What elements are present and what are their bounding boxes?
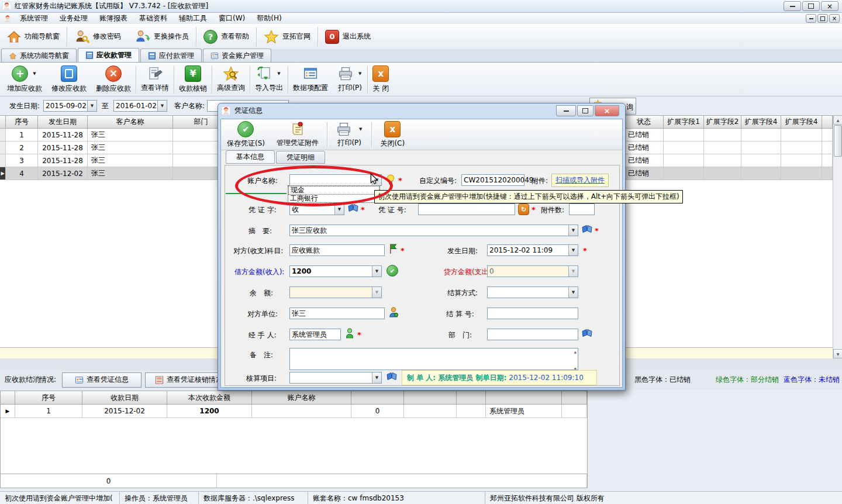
exit-system-button[interactable]: 0 退出系统 (318, 26, 378, 47)
tab-fund-accounts[interactable]: 资金账户管理 (203, 49, 271, 62)
remark-label: 备 注: (250, 350, 273, 360)
mdi-close-button[interactable]: × (829, 14, 840, 23)
add-receivable-button[interactable]: + ▼ 增加应收款 (2, 64, 47, 95)
menu-tools[interactable]: 辅助工具 (173, 13, 213, 24)
view-voucher-info-button[interactable]: 查看凭证信息 (62, 372, 142, 388)
tab-basic-info[interactable]: 基本信息 (226, 150, 275, 164)
col-account[interactable]: 账户名称 (252, 391, 351, 405)
close-button[interactable]: × (821, 1, 838, 11)
website-button[interactable]: 亚拓官网 (257, 26, 318, 47)
menu-help[interactable]: 帮助(H) (251, 13, 287, 24)
debit-amount-combo[interactable]: 1200 ▼ (289, 265, 382, 277)
menu-reports[interactable]: 账簿报表 (94, 13, 133, 24)
dropdown-arrow-icon[interactable]: ▼ (372, 266, 381, 277)
maximize-button[interactable] (802, 1, 820, 11)
balance-label: 余 额: (250, 288, 273, 298)
menu-system[interactable]: 系统管理 (14, 13, 54, 24)
menu-window[interactable]: 窗口(W) (213, 13, 251, 24)
occur-date-combo[interactable]: 2015-12-02 11:09 ▼ (487, 244, 578, 256)
dropdown-arrow-icon[interactable]: ▼ (358, 71, 361, 76)
dialog-close-tool-button[interactable]: x 关闭(C) (374, 121, 410, 149)
col-customer[interactable]: 客户名称 (88, 116, 173, 129)
dropdown-arrow-icon[interactable]: ▼ (568, 225, 578, 236)
date-to-combo[interactable]: 2016-01-02 ▼ (113, 100, 167, 112)
menu-business[interactable]: 业务处理 (54, 13, 94, 24)
scroll-up-button[interactable]: ▲ (833, 115, 842, 125)
dialog-close-icon: × (604, 107, 610, 115)
dialog-body: ✔ 保存凭证(S) 管理凭证附件 ▼ 打印(P) x 关闭(C) (220, 119, 623, 388)
view-details-button[interactable]: 查看详情 (136, 64, 174, 95)
summary-combo[interactable]: 张三应收款 ▼ (289, 225, 578, 236)
tab-system-nav[interactable]: 系统功能导航窗 (1, 49, 77, 62)
dropdown-arrow-icon[interactable]: ▼ (568, 287, 578, 298)
col-receipt-date[interactable]: 收款日期 (82, 391, 167, 405)
writeoff-row[interactable]: ▶ 1 2015-12-02 1200 0 系统管理员 (1, 405, 587, 418)
tab-payables[interactable]: 应付款管理 (140, 49, 202, 62)
customer-filter-label: 客户名称: (174, 101, 205, 111)
delete-receivable-button[interactable]: × 删除应收款 (91, 64, 136, 95)
col-ext4b[interactable]: 扩展字段4 (781, 116, 822, 129)
dropdown-arrow-icon[interactable]: ▼ (157, 101, 167, 111)
dropdown-arrow-icon[interactable]: ▼ (334, 204, 344, 215)
col-date[interactable]: 发生日期 (38, 116, 88, 129)
dropdown-arrow-icon[interactable]: ▼ (87, 101, 96, 111)
dialog-restore-button[interactable] (577, 105, 593, 116)
receivables-toolbar: + ▼ 增加应收款 修改应收款 × 删除应收款 查看详情 ¥ 收款核销 高级查询 (0, 63, 842, 96)
print-button[interactable]: ▼ 打印(P) (333, 64, 367, 95)
mdi-minimize-button[interactable] (806, 14, 816, 23)
scrollbar-thumb[interactable] (834, 125, 842, 157)
scan-import-link[interactable]: 扫描或导入附件 (551, 174, 609, 187)
col-ext1[interactable]: 扩展字段1 (664, 116, 704, 129)
handler-input[interactable]: 系统管理员 (289, 329, 341, 340)
writeoff-button[interactable]: ¥ 收款核销 (174, 64, 212, 95)
nav-window-button[interactable]: 功能导航窗 (0, 26, 67, 47)
settle-no-input[interactable] (487, 308, 578, 319)
data-config-button[interactable]: 数据项配置 (288, 64, 333, 95)
menu-base-data[interactable]: 基础资料 (133, 13, 173, 24)
view-help-button[interactable]: ? 查看帮助 (196, 26, 256, 47)
mdi-restore-button[interactable] (817, 14, 828, 23)
change-password-button[interactable]: 修改密码 (67, 26, 128, 47)
vertical-scrollbar[interactable]: ▲ ▼ (833, 115, 842, 358)
required-mark: * (357, 330, 361, 339)
col-no[interactable]: 序号 (6, 116, 38, 129)
dropdown-arrow-icon[interactable]: ▼ (277, 71, 280, 76)
dept-input[interactable] (487, 329, 578, 340)
settle-method-combo[interactable]: ▼ (487, 286, 578, 298)
remark-textarea[interactable]: ▲▼ (289, 348, 578, 370)
dropdown-arrow-icon[interactable]: ▼ (568, 245, 578, 256)
dropdown-arrow-icon[interactable]: ▼ (359, 127, 362, 132)
dialog-minimize-button[interactable] (556, 105, 576, 116)
col-status[interactable]: 状态 (624, 116, 664, 129)
tab-voucher-detail[interactable]: 凭证明细 (276, 151, 325, 164)
voucher-no-input[interactable] (418, 203, 515, 215)
ok-check-icon: ✔ (387, 265, 398, 277)
textarea-scrollbar[interactable]: ▲▼ (572, 348, 578, 372)
col-ext4a[interactable]: 扩展字段4 (741, 116, 781, 129)
col-ext2[interactable]: 扩展字段2 (704, 116, 741, 129)
close-module-button[interactable]: x 关 闭 (368, 64, 394, 95)
attach-count-input[interactable] (569, 203, 595, 215)
scroll-down-button[interactable]: ▼ (833, 349, 842, 358)
advanced-query-button[interactable]: 高级查询 (212, 64, 250, 95)
minimize-button[interactable] (784, 1, 801, 11)
edit-receivable-button[interactable]: 修改应收款 (47, 64, 91, 95)
book-icon (582, 329, 592, 338)
dialog-print-button[interactable]: ▼ 打印(P) (330, 122, 369, 148)
col-amount[interactable]: 本次收款金额 (167, 391, 252, 405)
auto-number-icon[interactable]: ↻ (518, 203, 529, 215)
tab-receivables[interactable]: 应收款管理 (78, 48, 139, 62)
dialog-close-button[interactable]: × (595, 105, 619, 116)
switch-operator-button[interactable]: 更换操作员 (128, 26, 196, 47)
counter-subject-input[interactable]: 应收账款 (289, 244, 385, 256)
dropdown-arrow-icon[interactable]: ▼ (33, 71, 36, 76)
dropdown-arrow-icon[interactable]: ▼ (372, 372, 381, 383)
col-no[interactable]: 序号 (15, 391, 82, 405)
manage-attachments-button[interactable]: 管理凭证附件 (271, 122, 325, 148)
custom-no-input[interactable]: CW2015120200049 (461, 174, 524, 186)
counter-unit-input[interactable]: 张三 (289, 308, 385, 319)
account-item-combo[interactable]: ▼ (289, 372, 382, 384)
import-export-button[interactable]: ▼ 导入导出 (250, 64, 288, 95)
date-from-combo[interactable]: 2015-09-02 ▼ (43, 100, 97, 112)
save-voucher-button[interactable]: ✔ 保存凭证(S) (221, 121, 271, 149)
